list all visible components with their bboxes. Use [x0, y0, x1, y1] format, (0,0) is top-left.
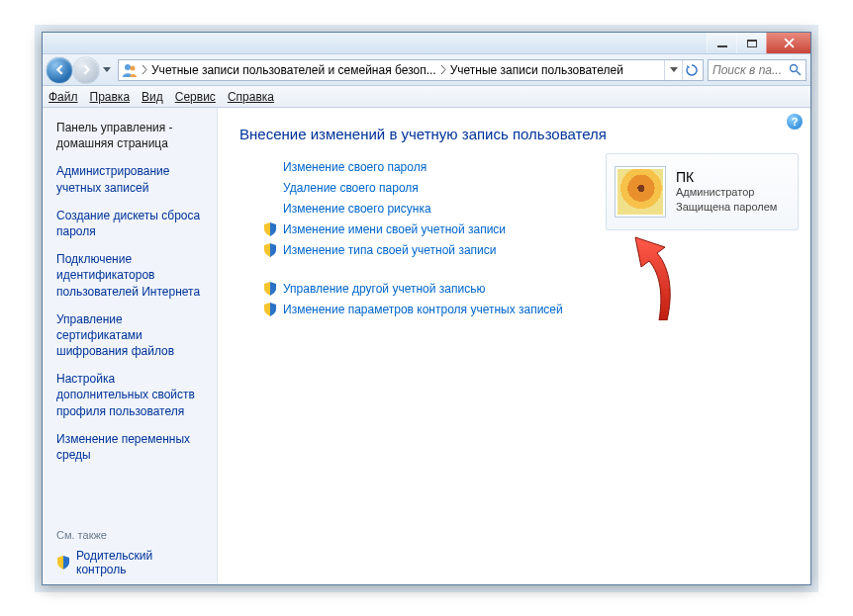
minimize-button[interactable]	[707, 33, 736, 53]
forward-button[interactable]	[73, 57, 99, 83]
menu-bar: Файл Правка Вид Сервис Справка	[43, 86, 810, 108]
parental-control-link[interactable]: Родительский контроль	[56, 549, 205, 576]
help-icon[interactable]: ?	[787, 114, 803, 130]
refresh-button[interactable]	[682, 60, 700, 80]
see-also-label: См. также	[56, 529, 205, 541]
action-link[interactable]: Изменение имени своей учетной записи	[283, 222, 506, 236]
user-role: Администратор	[676, 185, 777, 200]
action-link[interactable]: Управление другой учетной записью	[283, 282, 485, 296]
address-bar: Учетные записи пользователей и семейная …	[43, 54, 810, 86]
breadcrumb-dropdown[interactable]	[664, 60, 682, 80]
svg-point-0	[125, 64, 131, 70]
avatar	[615, 166, 666, 218]
sidebar-link[interactable]: Администрирование учетных записей	[56, 163, 205, 195]
titlebar	[43, 33, 810, 54]
breadcrumb-item[interactable]: Учетные записи пользователей и семейная …	[151, 63, 436, 77]
menu-edit[interactable]: Правка	[90, 90, 131, 104]
svg-point-1	[131, 65, 136, 70]
menu-view[interactable]: Вид	[142, 90, 163, 104]
sidebar-link[interactable]: Подключение идентификаторов пользователе…	[56, 251, 205, 300]
user-password-status: Защищена паролем	[676, 200, 777, 215]
page-title: Внесение изменений в учетную запись поль…	[239, 126, 789, 142]
maximize-button[interactable]	[736, 33, 766, 53]
breadcrumb-item[interactable]: Учетные записи пользователей	[450, 63, 623, 77]
menu-tools[interactable]: Сервис	[175, 90, 216, 104]
search-placeholder: Поиск в па...	[712, 63, 782, 77]
main-panel: ? Внесение изменений в учетную запись по…	[218, 108, 810, 584]
user-info: ПК Администратор Защищена паролем	[676, 169, 777, 215]
control-panel-home-link[interactable]: Панель управления - домашняя страница	[56, 120, 205, 151]
control-panel-window: Учетные записи пользователей и семейная …	[42, 32, 811, 585]
sidebar: Панель управления - домашняя страница Ад…	[43, 108, 218, 584]
chevron-right-icon	[142, 65, 147, 74]
user-accounts-icon	[122, 62, 138, 78]
menu-help[interactable]: Справка	[228, 90, 274, 104]
action-link-row: Изменение параметров контроля учетных за…	[263, 303, 789, 316]
search-icon	[789, 63, 802, 76]
action-link[interactable]: Изменение своего рисунка	[283, 202, 431, 216]
action-link[interactable]: Изменение параметров контроля учетных за…	[283, 303, 563, 316]
action-link[interactable]: Изменение типа своей учетной записи	[283, 243, 496, 257]
sidebar-link[interactable]: Настройка дополнительных свойств профиля…	[56, 371, 205, 419]
shield-icon	[263, 243, 277, 257]
action-link-row: Изменение типа своей учетной записи	[263, 243, 789, 257]
menu-file[interactable]: Файл	[48, 90, 78, 104]
sidebar-link[interactable]: Управление сертификатами шифрования файл…	[56, 311, 205, 360]
shield-icon	[263, 303, 277, 316]
sidebar-link[interactable]: Изменение переменных среды	[56, 431, 205, 463]
user-name: ПК	[676, 169, 777, 185]
shield-icon	[56, 556, 70, 570]
breadcrumb-bar[interactable]: Учетные записи пользователей и семейная …	[118, 59, 704, 81]
content-area: Панель управления - домашняя страница Ад…	[43, 108, 810, 584]
nav-buttons	[47, 57, 114, 83]
svg-point-2	[791, 65, 798, 72]
chevron-right-icon	[440, 65, 446, 74]
search-input[interactable]: Поиск в па...	[708, 59, 806, 81]
action-link[interactable]: Изменение своего пароля	[283, 160, 426, 174]
nav-history-dropdown[interactable]	[100, 57, 114, 83]
back-button[interactable]	[47, 57, 72, 83]
shield-icon	[263, 222, 277, 236]
action-link-row: Управление другой учетной записью	[263, 282, 789, 296]
shield-icon	[263, 282, 277, 296]
sidebar-link[interactable]: Создание дискеты сброса пароля	[56, 208, 205, 239]
action-link[interactable]: Удаление своего пароля	[283, 181, 419, 195]
close-button[interactable]	[766, 33, 810, 53]
user-account-card[interactable]: ПК Администратор Защищена паролем	[606, 153, 799, 230]
